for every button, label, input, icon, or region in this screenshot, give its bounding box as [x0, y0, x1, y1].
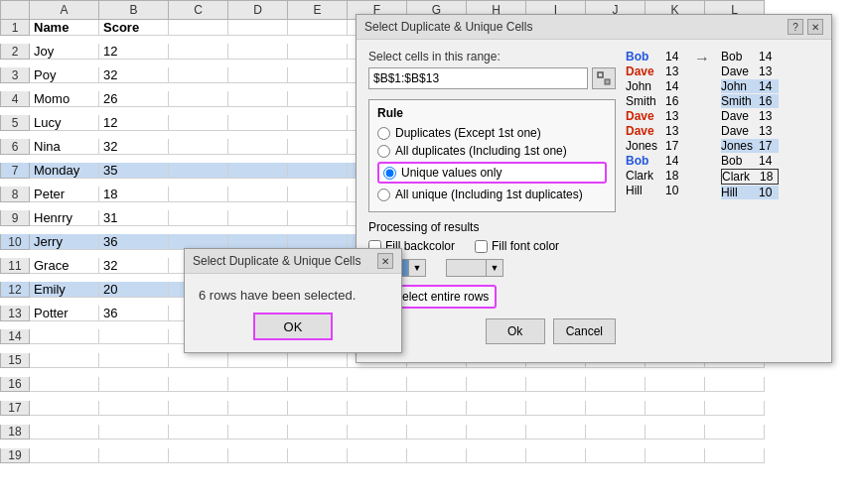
col-header-e: E: [288, 0, 348, 20]
preview-before: Bob 14 Dave 13 John 14 Smith 16: [626, 50, 683, 198]
cancel-button[interactable]: Cancel: [553, 318, 616, 344]
col-header-b: B: [99, 0, 169, 20]
col-header-c: C: [169, 0, 228, 20]
fontcolor-swatch-row: ▼: [446, 259, 503, 277]
alert-dialog: Select Duplicate & Unique Cells ✕ 6 rows…: [184, 248, 402, 353]
processing-row: Fill backcolor Fill font color: [368, 239, 616, 253]
backcolor-dropdown[interactable]: ▼: [408, 259, 426, 277]
alert-close-button[interactable]: ✕: [377, 253, 393, 269]
radio-all-unique[interactable]: [377, 189, 390, 201]
alert-message: 6 rows have been selected.: [199, 288, 387, 303]
preview-arrow: →: [689, 50, 715, 67]
preview-after: Bob 14 Dave 13 John 14 Smith 16: [721, 50, 779, 200]
alert-footer: OK: [185, 313, 401, 352]
svg-rect-0: [598, 72, 603, 77]
dialog-titlebar: Select Duplicate & Unique Cells ? ✕: [357, 15, 831, 40]
radio-all-dup[interactable]: [377, 145, 390, 158]
close-button[interactable]: ✕: [807, 19, 823, 35]
fontcolor-dropdown[interactable]: ▼: [486, 259, 503, 277]
table-row: 16: [0, 377, 765, 392]
alert-ok-button[interactable]: OK: [253, 313, 333, 340]
dialog-title: Select Duplicate & Unique Cells: [364, 20, 532, 34]
rule-unique-only[interactable]: Unique values only: [377, 162, 607, 184]
ok-button[interactable]: Ok: [486, 318, 545, 344]
alert-titlebar: Select Duplicate & Unique Cells ✕: [185, 249, 401, 274]
range-input[interactable]: [368, 67, 588, 89]
radio-unique-only[interactable]: [383, 167, 396, 180]
alert-title: Select Duplicate & Unique Cells: [193, 254, 360, 268]
table-row: 19: [0, 448, 765, 463]
col-header-rownum: [0, 0, 30, 20]
radio-dup-except[interactable]: [377, 127, 390, 140]
fill-fontcolor-label: Fill font color: [492, 239, 559, 253]
dialog-body: Select cells in this range: Rule Duplica…: [357, 40, 831, 362]
rule-unique-label: Unique values only: [401, 166, 502, 180]
fontcolor-swatch: [446, 259, 486, 277]
rule-dup-except-label: Duplicates (Except 1st one): [395, 126, 541, 140]
rule-title: Rule: [377, 106, 607, 120]
rule-all-unique-label: All unique (Including 1st duplicates): [395, 188, 583, 201]
preview-panel: Bob 14 Dave 13 John 14 Smith 16: [626, 50, 819, 352]
rule-box: Rule Duplicates (Except 1st one) All dup…: [368, 99, 616, 212]
processing-section: Processing of results Fill backcolor Fil…: [368, 220, 616, 277]
rule-duplicates-except[interactable]: Duplicates (Except 1st one): [377, 126, 607, 140]
rule-all-dup-label: All duplicates (Including 1st one): [395, 144, 567, 158]
range-select-button[interactable]: [592, 67, 616, 89]
fill-fontcolor-checkbox[interactable]: [475, 240, 488, 253]
table-row: 18: [0, 425, 765, 440]
titlebar-buttons: ? ✕: [788, 19, 823, 35]
main-dialog: Select Duplicate & Unique Cells ? ✕ Sele…: [356, 14, 832, 363]
col-header-d: D: [228, 0, 288, 20]
select-rows-label: Select entire rows: [394, 290, 489, 304]
fill-fontcolor-option: Fill font color: [475, 239, 559, 253]
col-header-a: A: [30, 0, 99, 20]
range-label: Select cells in this range:: [368, 50, 616, 63]
svg-rect-1: [605, 79, 610, 84]
help-button[interactable]: ?: [788, 19, 803, 35]
processing-title: Processing of results: [368, 220, 616, 234]
dialog-left-panel: Select cells in this range: Rule Duplica…: [368, 50, 616, 352]
rule-all-unique[interactable]: All unique (Including 1st duplicates): [377, 188, 607, 201]
range-input-row: [368, 67, 616, 89]
dialog-footer: Ok Cancel: [368, 318, 616, 352]
table-row: 17: [0, 401, 765, 416]
alert-body: 6 rows have been selected.: [185, 274, 401, 313]
rule-all-duplicates[interactable]: All duplicates (Including 1st one): [377, 144, 607, 158]
